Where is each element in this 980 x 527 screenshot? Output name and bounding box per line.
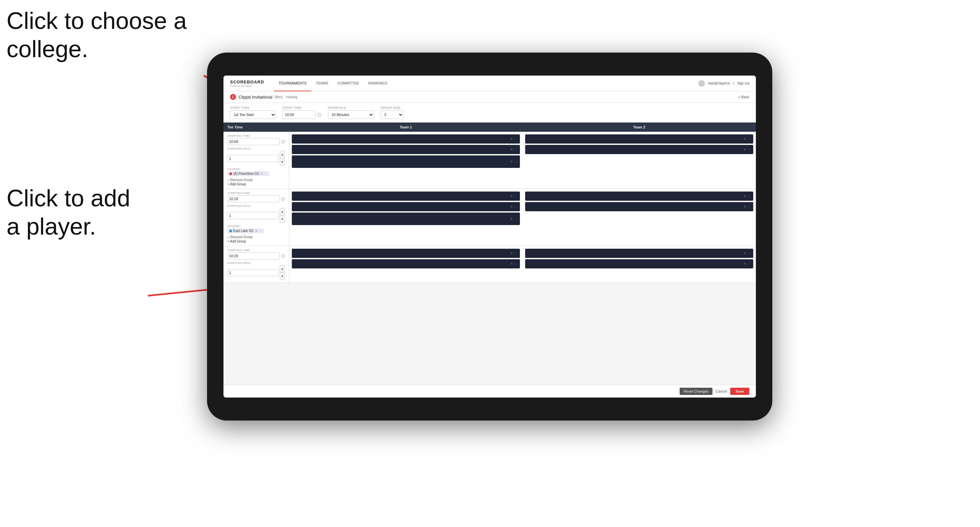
back-button[interactable]: < Back	[738, 95, 749, 99]
group-team1-col-2: ✕ ⋮ ✕ ⋮ ✕ ⋮	[289, 189, 523, 246]
course-slot-dots-1[interactable]: ⋮	[514, 160, 517, 163]
slot-dots-2-2[interactable]: ⋮	[748, 148, 751, 151]
annotation-top-line1: Click to choose a	[6, 6, 187, 35]
add-group-2[interactable]: + Add Group	[228, 240, 285, 243]
course-dot-1	[229, 173, 232, 175]
group-size-label: Group Size	[380, 106, 404, 110]
player-slot-5-1[interactable]: ✕ ⋮	[292, 249, 520, 258]
group-team2-col-1: ✕ ⋮ ✕ ⋮	[523, 132, 756, 189]
starting-hole-label-1: STARTING HOLE:	[228, 147, 285, 150]
course-tag-1[interactable]: (A) Peachtree GC ✕ ⋮	[228, 171, 269, 176]
starting-hole-row-1: ▲ ▼	[228, 151, 285, 166]
slot-dots-4-1[interactable]: ⋮	[748, 195, 751, 198]
nav-link-rankings[interactable]: RANKINGS	[364, 76, 392, 91]
course-more-2[interactable]: ⋮	[259, 229, 262, 233]
starting-time-input-3[interactable]	[228, 252, 280, 260]
player-slot-3-2[interactable]: ✕ ⋮	[292, 202, 520, 211]
course-more-1[interactable]: ⋮	[264, 172, 267, 175]
nav-link-teams[interactable]: TEAMS	[311, 76, 333, 91]
course-slot-dots-2[interactable]: ⋮	[514, 217, 517, 221]
slot-dots-4-2[interactable]: ⋮	[748, 205, 751, 208]
group-size-group: Group Size 3 4 2	[380, 106, 404, 119]
starting-time-input-2[interactable]	[228, 195, 280, 202]
sign-out-link[interactable]: Sign out	[737, 81, 749, 85]
time-icon-2: 🕙	[281, 197, 285, 201]
course-slot-x-2[interactable]: ✕	[511, 217, 513, 221]
course-slot-2[interactable]: ✕ ⋮	[292, 213, 520, 225]
reset-button[interactable]: Reset Changes	[679, 388, 713, 395]
slot-dots-2-1[interactable]: ⋮	[748, 137, 751, 141]
course-slot-x-1[interactable]: ✕	[511, 160, 513, 163]
player-slot-4-1[interactable]: ✕ ⋮	[525, 192, 753, 201]
slot-dots-1-2[interactable]: ⋮	[514, 148, 517, 151]
course-tag-2[interactable]: East Lake GC ✕ ⋮	[228, 229, 264, 233]
slot-x-3-1[interactable]: ✕	[511, 195, 513, 198]
start-type-label: Start Type	[230, 106, 276, 110]
group-size-select[interactable]: 3 4 2	[380, 110, 404, 119]
slot-x-2-2[interactable]: ✕	[744, 148, 746, 151]
nav-separator: |	[733, 81, 734, 85]
remove-group-1[interactable]: ○ Remove Group	[228, 178, 285, 182]
slot-dots-6-1[interactable]: ⋮	[748, 252, 751, 255]
remove-group-2[interactable]: ○ Remove Group	[228, 235, 285, 239]
starting-time-label-2: STARTING TIME:	[228, 192, 285, 195]
slot-x-1-2[interactable]: ✕	[511, 148, 513, 151]
save-button[interactable]: Save	[730, 388, 749, 395]
hole-up-3[interactable]: ▲	[280, 265, 285, 272]
slot-dots-5-1[interactable]: ⋮	[514, 252, 517, 255]
user-email: blair@clippd.io	[708, 81, 730, 85]
brand-sub: Powered by clippd	[230, 84, 264, 87]
course-remove-1[interactable]: ✕	[261, 172, 263, 175]
start-type-select[interactable]: 1st Tee Start Shotgun Start	[230, 110, 276, 119]
hole-up-1[interactable]: ▲	[280, 151, 285, 158]
hosting-badge: Hosting	[286, 95, 298, 99]
player-slot-1-2[interactable]: ✕ ⋮	[292, 145, 520, 154]
player-slot-6-2[interactable]: ✕ ⋮	[525, 259, 753, 268]
nav-link-committee[interactable]: COMMITTEE	[333, 76, 364, 91]
th-tee-time: Tee Time	[223, 122, 289, 132]
player-slot-1-1[interactable]: ✕ ⋮	[292, 134, 520, 144]
add-group-1[interactable]: + Add Group	[228, 183, 285, 186]
intervals-select[interactable]: 10 Minutes 8 Minutes 12 Minutes	[328, 110, 374, 119]
player-slot-5-2[interactable]: ✕ ⋮	[292, 259, 520, 268]
player-slot-6-1[interactable]: ✕ ⋮	[525, 249, 753, 258]
starting-hole-input-2[interactable]	[228, 212, 278, 219]
slot-x-4-2[interactable]: ✕	[744, 205, 746, 208]
hole-down-3[interactable]: ▼	[280, 273, 285, 280]
player-slot-2-1[interactable]: ✕ ⋮	[525, 134, 753, 144]
player-slot-3-1[interactable]: ✕ ⋮	[292, 192, 520, 201]
slot-x-4-1[interactable]: ✕	[744, 195, 746, 198]
slot-x-6-1[interactable]: ✕	[744, 252, 746, 255]
course-remove-2[interactable]: ✕	[255, 229, 258, 233]
slot-dots-3-1[interactable]: ⋮	[514, 195, 517, 198]
starting-hole-input-1[interactable]	[228, 155, 278, 162]
cancel-button[interactable]: Cancel	[716, 389, 727, 393]
slot-x-5-1[interactable]: ✕	[511, 252, 513, 255]
nav-link-tournaments[interactable]: TOURNAMENTS	[274, 76, 311, 91]
slot-dots-6-2[interactable]: ⋮	[748, 262, 751, 265]
slot-dots-3-2[interactable]: ⋮	[514, 205, 517, 208]
player-slot-4-2[interactable]: ✕ ⋮	[525, 202, 753, 211]
brand: SCOREBOARD Powered by clippd	[230, 79, 264, 87]
slot-dots-5-2[interactable]: ⋮	[514, 262, 517, 265]
nav-links: TOURNAMENTS TEAMS COMMITTEE RANKINGS	[274, 76, 698, 91]
hole-down-2[interactable]: ▼	[280, 216, 285, 223]
starting-hole-input-3[interactable]	[228, 269, 278, 276]
slot-x-6-2[interactable]: ✕	[744, 262, 746, 265]
starting-hole-label-2: STARTING HOLE:	[228, 204, 285, 207]
slot-x-5-2[interactable]: ✕	[511, 262, 513, 265]
group-actions-2: ○ Remove Group + Add Group	[228, 235, 285, 243]
player-slot-2-2[interactable]: ✕ ⋮	[525, 145, 753, 154]
main-content[interactable]: STARTING TIME: 🕙 STARTING HOLE: ▲ ▼ COUR…	[223, 132, 756, 385]
hole-down-1[interactable]: ▼	[280, 158, 285, 166]
starting-time-input-1[interactable]	[228, 138, 280, 145]
start-time-input[interactable]	[283, 110, 315, 119]
table-header: Tee Time Team 1 Team 2	[223, 122, 756, 132]
slot-x-2-1[interactable]: ✕	[744, 137, 746, 141]
course-slot-1[interactable]: ✕ ⋮	[292, 156, 520, 168]
slot-dots-1-1[interactable]: ⋮	[514, 137, 517, 141]
slot-x-3-2[interactable]: ✕	[511, 205, 513, 208]
hole-up-2[interactable]: ▲	[280, 208, 285, 215]
intervals-label: Intervals	[328, 106, 374, 110]
slot-x-1-1[interactable]: ✕	[511, 137, 513, 141]
